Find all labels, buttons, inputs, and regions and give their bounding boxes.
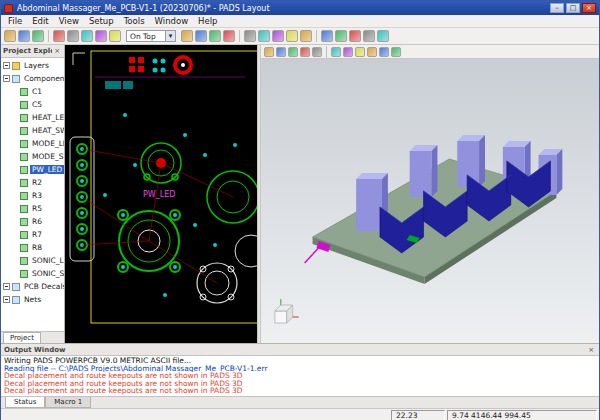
- zoom-icon[interactable]: [300, 47, 310, 57]
- tree-item-c1[interactable]: C1: [1, 85, 64, 98]
- panel-close-icon[interactable]: ×: [52, 47, 62, 55]
- options-icon[interactable]: [377, 30, 389, 42]
- orbit-icon[interactable]: [276, 47, 286, 57]
- component-icon: [20, 153, 28, 161]
- component-icon: [20, 192, 28, 200]
- grid-icon[interactable]: [321, 30, 333, 42]
- tree-item-sonic-sw[interactable]: SONIC_SW: [1, 267, 64, 280]
- menu-help[interactable]: Help: [193, 15, 222, 28]
- orientation-gizmo[interactable]: [275, 299, 299, 323]
- tree-collapse-icon[interactable]: [3, 283, 10, 290]
- cut-icon[interactable]: [67, 30, 79, 42]
- tree-item-r7[interactable]: R7: [1, 228, 64, 241]
- toolbar-group-b: [181, 30, 389, 42]
- route-icon[interactable]: [258, 30, 270, 42]
- tree-item-label: Components: [22, 74, 64, 83]
- component-icon: [20, 231, 28, 239]
- save-icon[interactable]: [32, 30, 44, 42]
- view-top-icon[interactable]: [343, 47, 353, 57]
- chevron-down-icon[interactable]: ▾: [165, 31, 175, 41]
- toolbar-separator: [239, 30, 240, 42]
- main-area: Project Explorer × LayersComponentsC1C5H…: [1, 45, 599, 343]
- zoom-in-icon[interactable]: [195, 30, 207, 42]
- select-icon[interactable]: [244, 30, 256, 42]
- tree-item-layers[interactable]: Layers: [1, 59, 64, 72]
- tree-item-pcb-decals[interactable]: PCB Decals: [1, 280, 64, 293]
- tree-item-label: R6: [30, 217, 44, 226]
- print-icon[interactable]: [53, 30, 65, 42]
- tree-item-label: SONIC_LED: [30, 256, 64, 265]
- menu-tools[interactable]: Tools: [119, 15, 150, 28]
- tree-item-label: C5: [30, 100, 44, 109]
- maximize-button[interactable]: □: [566, 3, 580, 13]
- layers-setup-icon[interactable]: [300, 30, 312, 42]
- tree-collapse-icon[interactable]: [3, 75, 10, 82]
- tree-item-r5[interactable]: R5: [1, 202, 64, 215]
- 3d-toolbar: [261, 45, 599, 59]
- menu-view[interactable]: View: [54, 15, 84, 28]
- design-rules-icon[interactable]: [286, 30, 298, 42]
- view-front-icon[interactable]: [331, 47, 341, 57]
- minimize-button[interactable]: –: [550, 3, 564, 13]
- tree-item-label: HEAT_SW: [30, 126, 64, 135]
- menu-edit[interactable]: Edit: [27, 15, 53, 28]
- copy-icon[interactable]: [81, 30, 93, 42]
- view-side-icon[interactable]: [355, 47, 365, 57]
- tree-item-heat-led[interactable]: HEAT_LED: [1, 111, 64, 124]
- tree-item-r2[interactable]: R2: [1, 176, 64, 189]
- tree-item-mode-sw[interactable]: MODE_SW: [1, 150, 64, 163]
- tree-collapse-icon[interactable]: [3, 296, 10, 303]
- pads-3d-panel: [261, 45, 599, 343]
- zoom-out-icon[interactable]: [209, 30, 221, 42]
- title-bar: Abdominal Massager_Me_PCB-V1-1 (20230706…: [1, 1, 599, 15]
- output-tab-macro-1[interactable]: Macro 1: [45, 397, 91, 408]
- tree-item-mode-led[interactable]: MODE_LED: [1, 137, 64, 150]
- output-close-icon[interactable]: ×: [586, 346, 596, 354]
- menu-setup[interactable]: Setup: [84, 15, 119, 28]
- toolbar-group-a: [4, 30, 121, 42]
- add-via-icon[interactable]: [272, 30, 284, 42]
- tree-item-nets[interactable]: Nets: [1, 293, 64, 306]
- open-icon[interactable]: [18, 30, 30, 42]
- tree-item-c5[interactable]: C5: [1, 98, 64, 111]
- tree-item-components[interactable]: Components: [1, 72, 64, 85]
- window-controls: – □ ×: [550, 3, 596, 13]
- tree-item-sonic-led[interactable]: SONIC_LED: [1, 254, 64, 267]
- statusbar-segment: 9.74 4146.44 994.45: [447, 410, 597, 420]
- tree-item-heat-sw[interactable]: HEAT_SW: [1, 124, 64, 137]
- redo-icon[interactable]: [181, 30, 193, 42]
- view-iso-icon[interactable]: [367, 47, 377, 57]
- tree-collapse-icon[interactable]: [3, 62, 10, 69]
- pcb-2d-canvas[interactable]: PW_LED: [65, 45, 257, 343]
- menu-file[interactable]: File: [3, 15, 27, 28]
- tab-project[interactable]: Project: [3, 332, 41, 343]
- undo-icon[interactable]: [109, 30, 121, 42]
- output-tab-status[interactable]: Status: [5, 397, 45, 408]
- project-panel-tabs: Project: [1, 331, 64, 343]
- output-tabs: StatusMacro 1: [1, 396, 599, 408]
- drc-icon[interactable]: [349, 30, 361, 42]
- tree-item-r8[interactable]: R8: [1, 241, 64, 254]
- pads-3d-icon[interactable]: [335, 30, 347, 42]
- tree-item-r6[interactable]: R6: [1, 215, 64, 228]
- paste-icon[interactable]: [95, 30, 107, 42]
- settings-icon[interactable]: [391, 47, 401, 57]
- export-image-icon[interactable]: [379, 47, 389, 57]
- tree-item-label: PW_LED: [30, 165, 64, 174]
- component-icon: [20, 166, 28, 174]
- menu-window[interactable]: Window: [150, 15, 194, 28]
- library-icon[interactable]: [363, 30, 375, 42]
- pan-icon[interactable]: [288, 47, 298, 57]
- pcb-3d-canvas[interactable]: [261, 59, 599, 343]
- tree-item-r3[interactable]: R3: [1, 189, 64, 202]
- zoom-fit-icon[interactable]: [312, 47, 322, 57]
- layer-combo[interactable]: On Top ▾: [126, 30, 176, 42]
- toolbar-separator: [316, 30, 317, 42]
- fit-board-icon[interactable]: [223, 30, 235, 42]
- select-icon[interactable]: [264, 47, 274, 57]
- close-button[interactable]: ×: [582, 3, 596, 13]
- tree-item-pw-led[interactable]: PW_LED: [1, 163, 64, 176]
- output-line-link[interactable]: Reading file -- C:\PADS Projects\Abdomin…: [4, 365, 596, 373]
- new-icon[interactable]: [4, 30, 16, 42]
- project-explorer-title: Project Explorer: [3, 47, 52, 55]
